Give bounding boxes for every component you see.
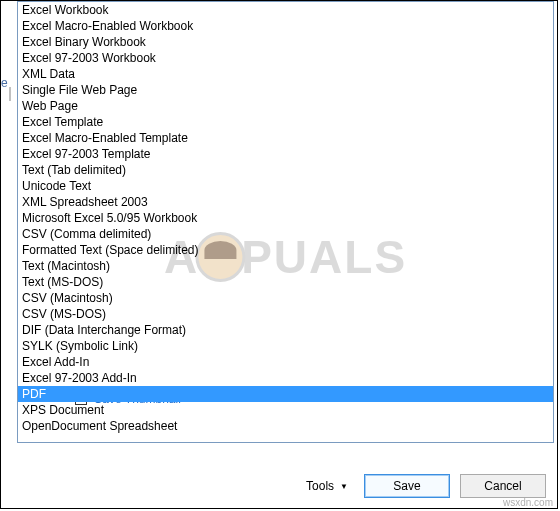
list-item[interactable]: Text (Macintosh)	[18, 258, 553, 274]
tools-dropdown[interactable]: Tools ▼	[300, 475, 354, 497]
list-item[interactable]: CSV (Macintosh)	[18, 290, 553, 306]
list-item[interactable]: CSV (Comma delimited)	[18, 226, 553, 242]
list-item[interactable]: Excel Template	[18, 114, 553, 130]
list-item[interactable]: Single File Web Page	[18, 82, 553, 98]
chevron-down-icon: ▼	[340, 482, 348, 491]
decorative-line	[9, 87, 11, 101]
left-marker: e	[1, 76, 8, 90]
list-item[interactable]: Text (MS-DOS)	[18, 274, 553, 290]
save-button[interactable]: Save	[364, 474, 450, 498]
list-item[interactable]: PDF	[18, 386, 553, 402]
list-item[interactable]: Web Page	[18, 98, 553, 114]
list-item[interactable]: CSV (MS-DOS)	[18, 306, 553, 322]
list-item[interactable]: XML Data	[18, 66, 553, 82]
cancel-button[interactable]: Cancel	[460, 474, 546, 498]
source-watermark: wsxdn.com	[503, 497, 553, 508]
list-item[interactable]: XML Spreadsheet 2003	[18, 194, 553, 210]
list-item[interactable]: Excel Add-In	[18, 354, 553, 370]
list-item[interactable]: OpenDocument Spreadsheet	[18, 418, 553, 434]
file-format-listbox[interactable]: A PUALS Excel WorkbookExcel Macro-Enable…	[17, 1, 554, 443]
list-item[interactable]: Excel Binary Workbook	[18, 34, 553, 50]
list-item[interactable]: Excel Workbook	[18, 2, 553, 18]
list-item[interactable]: DIF (Data Interchange Format)	[18, 322, 553, 338]
list-item[interactable]: Excel Macro-Enabled Template	[18, 130, 553, 146]
list-item[interactable]: Formatted Text (Space delimited)	[18, 242, 553, 258]
list-item[interactable]: Excel 97-2003 Template	[18, 146, 553, 162]
list-item[interactable]: Excel 97-2003 Add-In	[18, 370, 553, 386]
tools-label: Tools	[306, 479, 334, 493]
list-item[interactable]: Excel 97-2003 Workbook	[18, 50, 553, 66]
list-item[interactable]: Microsoft Excel 5.0/95 Workbook	[18, 210, 553, 226]
list-item[interactable]: SYLK (Symbolic Link)	[18, 338, 553, 354]
list-item[interactable]: XPS Document	[18, 402, 553, 418]
list-item[interactable]: Unicode Text	[18, 178, 553, 194]
list-item[interactable]: Text (Tab delimited)	[18, 162, 553, 178]
list-item[interactable]: Excel Macro-Enabled Workbook	[18, 18, 553, 34]
